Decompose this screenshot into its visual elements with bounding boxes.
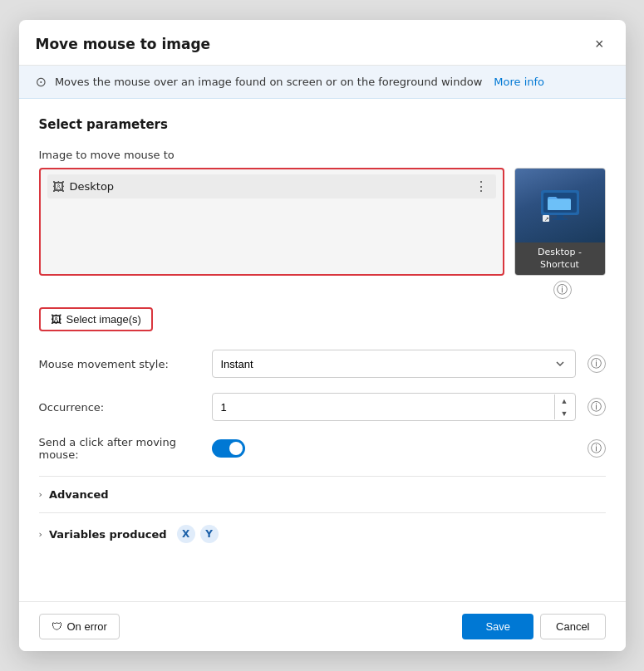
send-click-toggle[interactable]: [212, 439, 245, 458]
svg-rect-6: [553, 218, 568, 220]
variables-row[interactable]: › Variables produced X Y: [39, 518, 606, 550]
footer-left: 🛡 On error: [39, 614, 120, 639]
variables-label: Variables produced: [49, 528, 167, 541]
select-images-button[interactable]: 🖼 Select image(s): [39, 307, 153, 331]
image-preview-box: ↗ Desktop - Shortcut: [514, 168, 606, 276]
close-button[interactable]: ×: [590, 35, 609, 53]
dialog-title: Move mouse to image: [36, 36, 211, 52]
image-preview-graphic: ↗: [515, 169, 605, 242]
on-error-button[interactable]: 🛡 On error: [39, 614, 120, 639]
info-banner: ⊙ Moves the mouse over an image found on…: [19, 66, 626, 99]
advanced-row[interactable]: › Advanced: [39, 482, 606, 507]
shield-icon: 🛡: [52, 620, 62, 633]
svg-text:↗: ↗: [543, 216, 548, 222]
info-banner-text: Moves the mouse over an image found on s…: [55, 76, 482, 88]
desktop-folder-svg: ↗: [538, 184, 583, 228]
footer-right: Save Cancel: [462, 614, 605, 639]
image-preview-info-button[interactable]: ⓘ: [553, 281, 572, 299]
select-images-icon: 🖼: [51, 313, 61, 326]
variables-badges: X Y: [177, 525, 219, 543]
cancel-button[interactable]: Cancel: [540, 614, 605, 639]
on-error-label: On error: [67, 620, 107, 633]
mouse-style-row: Mouse movement style: Instant Linear Eas…: [39, 350, 606, 378]
image-field-label: Image to move mouse to: [39, 149, 606, 161]
image-item-menu-button[interactable]: ⋮: [471, 179, 491, 194]
occurrence-info-button[interactable]: ⓘ: [587, 398, 606, 416]
var-badge-x: X: [177, 525, 195, 543]
occurrence-label: Occurrence:: [39, 401, 205, 414]
divider-2: [39, 512, 606, 513]
image-list-item: 🖼 Desktop ⋮: [47, 174, 496, 198]
advanced-label: Advanced: [49, 488, 109, 501]
mouse-style-select[interactable]: Instant Linear Ease in Ease out: [212, 350, 576, 378]
occurrence-row: Occurrence: ▲ ▼ ⓘ: [39, 393, 606, 421]
image-list-box: 🖼 Desktop ⋮: [39, 168, 504, 276]
send-click-info-button[interactable]: ⓘ: [587, 439, 606, 458]
dialog: Move mouse to image × ⊙ Moves the mouse …: [19, 20, 626, 651]
image-preview-label: Desktop - Shortcut: [515, 242, 605, 275]
var-badge-y: Y: [200, 525, 219, 543]
info-banner-icon: ⊙: [36, 74, 47, 90]
variables-chevron-icon: ›: [39, 529, 42, 540]
mouse-style-label: Mouse movement style:: [39, 358, 205, 370]
image-select-area: 🖼 Desktop ⋮: [39, 168, 606, 299]
select-images-label: Select image(s): [66, 313, 141, 326]
send-click-label: Send a click after moving mouse:: [39, 436, 205, 461]
mouse-style-info-button[interactable]: ⓘ: [587, 355, 606, 373]
send-click-row: Send a click after moving mouse: ⓘ: [39, 436, 606, 461]
dialog-footer: 🛡 On error Save Cancel: [19, 601, 626, 651]
section-title: Select parameters: [39, 117, 606, 132]
image-item-label: Desktop: [70, 180, 115, 193]
occurrence-input-wrap: ▲ ▼: [212, 393, 576, 421]
image-file-icon: 🖼: [52, 179, 65, 194]
occurrence-decrement-button[interactable]: ▼: [555, 407, 574, 419]
more-info-link[interactable]: More info: [494, 76, 544, 88]
divider-1: [39, 476, 606, 477]
save-button[interactable]: Save: [462, 614, 533, 639]
send-click-toggle-wrap: [212, 439, 245, 458]
svg-rect-5: [557, 215, 563, 218]
toggle-slider: [212, 439, 245, 458]
dialog-header: Move mouse to image ×: [19, 20, 626, 66]
advanced-chevron-icon: ›: [39, 489, 42, 500]
dialog-body: Select parameters Image to move mouse to…: [19, 99, 626, 601]
preview-column: ↗ Desktop - Shortcut ⓘ: [514, 168, 606, 299]
svg-rect-2: [548, 199, 571, 210]
occurrence-increment-button[interactable]: ▲: [555, 394, 574, 407]
occurrence-input[interactable]: [212, 393, 576, 421]
